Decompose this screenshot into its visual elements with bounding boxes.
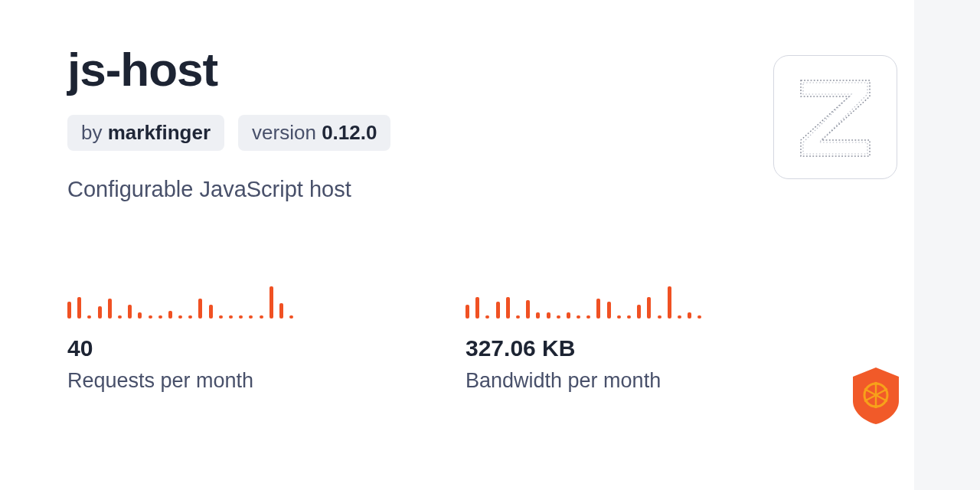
- sparkline-bar: [198, 299, 202, 318]
- sparkline-bar: [688, 312, 691, 318]
- sparkline-bar: [536, 312, 540, 318]
- sparkline-bar: [188, 315, 192, 318]
- svg-point-4: [884, 399, 888, 403]
- avatar-z-icon: [778, 60, 893, 175]
- sparkline-bar: [239, 315, 243, 318]
- main-content: js-host by markfinger version 0.12.0 Con…: [67, 46, 896, 393]
- sparkline-bar: [219, 315, 223, 318]
- sparkline-bar: [668, 286, 671, 318]
- sparkline-bar: [658, 315, 662, 318]
- package-name: js-host: [67, 46, 896, 93]
- sparkline-bar: [577, 315, 580, 318]
- sparkline-bar: [586, 315, 590, 318]
- sparkline-bar: [697, 315, 701, 318]
- sparkline-bar: [118, 315, 122, 318]
- sparkline-bar: [496, 302, 500, 318]
- sparkline-bar: [138, 312, 142, 318]
- sparkline-bar: [526, 300, 530, 318]
- bandwidth-sparkline: [466, 286, 726, 318]
- sparkline-bar: [557, 315, 560, 318]
- right-vertical-strip: [914, 0, 980, 490]
- svg-point-3: [864, 399, 868, 403]
- sparkline-bar: [260, 315, 263, 318]
- sparkline-bar: [77, 297, 81, 318]
- sparkline-bar: [108, 299, 112, 318]
- author-prefix: by: [81, 121, 108, 144]
- requests-sparkline: [67, 286, 328, 318]
- sparkline-bar: [485, 315, 489, 318]
- package-avatar: [773, 55, 897, 179]
- sparkline-bar: [98, 306, 102, 318]
- author-badge[interactable]: by markfinger: [67, 115, 224, 151]
- requests-value: 40: [67, 335, 328, 361]
- bandwidth-label: Bandwidth per month: [466, 369, 726, 393]
- version-badge[interactable]: version 0.12.0: [238, 115, 390, 151]
- svg-point-1: [864, 388, 868, 392]
- bandwidth-stat: 327.06 KB Bandwidth per month: [466, 286, 726, 393]
- sparkline-bar: [209, 305, 213, 318]
- sparkline-bar: [637, 305, 641, 318]
- sparkline-bar: [475, 297, 479, 318]
- sparkline-bar: [168, 311, 172, 318]
- stats-row: 40 Requests per month 327.06 KB Bandwidt…: [67, 286, 896, 393]
- sparkline-bar: [229, 315, 233, 318]
- requests-label: Requests per month: [67, 369, 328, 393]
- sparkline-bar: [466, 305, 469, 318]
- svg-point-2: [884, 388, 888, 392]
- version-prefix: version: [252, 121, 322, 144]
- svg-point-5: [874, 382, 878, 386]
- sparkline-bar: [128, 305, 132, 318]
- sparkline-bar: [158, 315, 162, 318]
- sparkline-bar: [506, 297, 510, 318]
- badges-row: by markfinger version 0.12.0: [67, 115, 896, 151]
- package-description: Configurable JavaScript host: [67, 177, 896, 202]
- sparkline-bar: [87, 315, 91, 318]
- requests-stat: 40 Requests per month: [67, 286, 328, 393]
- sparkline-bar: [516, 315, 520, 318]
- shield-icon: [850, 366, 902, 426]
- sparkline-bar: [249, 315, 253, 318]
- author-name: markfinger: [108, 121, 211, 144]
- sparkline-bar: [607, 302, 611, 318]
- sparkline-bar: [547, 312, 550, 318]
- sparkline-bar: [627, 315, 631, 318]
- sparkline-bar: [647, 297, 651, 318]
- sparkline-bar: [289, 315, 293, 318]
- svg-point-6: [874, 405, 878, 409]
- sparkline-bar: [178, 315, 182, 318]
- bandwidth-value: 327.06 KB: [466, 335, 726, 361]
- sparkline-bar: [270, 286, 273, 318]
- sparkline-bar: [567, 312, 570, 318]
- sparkline-bar: [67, 302, 71, 318]
- sparkline-bar: [596, 299, 600, 318]
- sparkline-bar: [279, 303, 283, 318]
- version-number: 0.12.0: [322, 121, 377, 144]
- sparkline-bar: [149, 315, 152, 318]
- sparkline-bar: [678, 315, 681, 318]
- sparkline-bar: [617, 315, 621, 318]
